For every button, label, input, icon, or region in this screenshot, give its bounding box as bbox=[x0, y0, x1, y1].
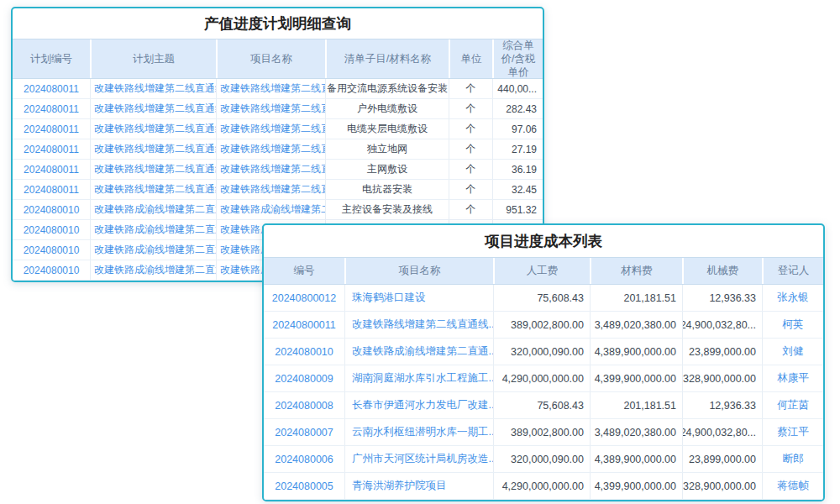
table-row[interactable]: 2024080007 云南水利枢纽潜明水库一期工... 389,002,800.… bbox=[264, 419, 823, 446]
unit-cell: 个 bbox=[449, 160, 492, 179]
unit-cell: 个 bbox=[449, 139, 492, 159]
project-name-link[interactable]: 改建铁路成渝线增建第二直通... bbox=[344, 339, 493, 365]
registrar-link[interactable]: 蔡江平 bbox=[762, 419, 823, 445]
cost-no-link[interactable]: 20240800011 bbox=[264, 312, 344, 338]
item-name-cell: 电抗器安装 bbox=[325, 180, 449, 199]
project-name-link[interactable]: 云南水利枢纽潜明水库一期工... bbox=[344, 419, 493, 445]
plan-topic-link[interactable]: 改建铁路线增建第二线直通线 bbox=[90, 119, 216, 139]
unit-price-cell: 440,00... bbox=[492, 79, 543, 98]
project-name-link[interactable]: 改建铁路线增建第二线直通线 bbox=[216, 99, 325, 118]
machine-cost-cell: 23,899,000.00 bbox=[682, 446, 762, 472]
project-name-link[interactable]: 改建铁路线增建第二线直通线 bbox=[216, 119, 325, 139]
plan-no-link[interactable]: 2024080011 bbox=[13, 160, 90, 179]
plan-no-link[interactable]: 2024080011 bbox=[13, 79, 90, 98]
project-name-link[interactable]: 改建铁路线增建第二线直通线 bbox=[216, 139, 325, 159]
plan-no-link[interactable]: 2024080010 bbox=[13, 240, 90, 260]
table-row[interactable]: 2024080008 长春市伊通河水力发电厂改建... 75,608.43 20… bbox=[264, 392, 823, 419]
table-row[interactable]: 2024080011 改建铁路线增建第二线直通线 改建铁路线增建第二线直通线 户… bbox=[13, 99, 543, 119]
item-name-cell: 主网敷设 bbox=[325, 160, 449, 179]
col-header-project: 项目名称 bbox=[216, 39, 325, 78]
material-cost-cell: 3,489,020,380.00 bbox=[590, 419, 682, 445]
machine-cost-cell: 24,900,032,80... bbox=[682, 419, 762, 445]
unit-price-cell: 27.19 bbox=[492, 139, 543, 159]
project-name-link[interactable]: 改建铁路成渝线增建第二直通线 bbox=[216, 200, 325, 219]
registrar-link[interactable]: 蒋德帧 bbox=[762, 473, 823, 499]
project-name-link[interactable]: 长春市伊通河水力发电厂改建... bbox=[344, 392, 493, 418]
project-name-link[interactable]: 珠海鹤港口建设 bbox=[344, 285, 493, 311]
plan-topic-link[interactable]: 改建铁路成渝线增建第二直通 bbox=[90, 200, 216, 219]
labor-cost-cell: 75,608.43 bbox=[493, 392, 590, 418]
col-header-registrar: 登记人 bbox=[762, 258, 823, 284]
table-row[interactable]: 2024080011 改建铁路线增建第二线直通线 改建铁路线增建第二线直通线 电… bbox=[13, 180, 543, 200]
material-cost-cell: 4,389,900,000.00 bbox=[590, 339, 682, 365]
project-name-link[interactable]: 改建铁路线增建第二线直通线 bbox=[216, 160, 325, 179]
table-row[interactable]: 2024080010 改建铁路成渝线增建第二直通 改建铁路成渝线增建第二直通线 … bbox=[13, 200, 543, 220]
table-row[interactable]: 2024080005 青海洪湖养护院项目 4,290,000,000.00 4,… bbox=[264, 473, 823, 500]
table-row[interactable]: 2024080009 湖南洞庭湖水库引水工程施工... 4,290,000,00… bbox=[264, 365, 823, 392]
plan-topic-link[interactable]: 改建铁路成渝线增建第二直通 bbox=[90, 240, 216, 260]
unit-cell: 个 bbox=[449, 200, 492, 219]
plan-topic-link[interactable]: 改建铁路成渝线增建第二直通 bbox=[90, 220, 216, 239]
registrar-link[interactable]: 刘健 bbox=[762, 339, 823, 365]
cost-no-link[interactable]: 2024080009 bbox=[264, 365, 344, 391]
project-name-link[interactable]: 广州市天河区统计局机房改造... bbox=[344, 446, 493, 472]
registrar-link[interactable]: 断郎 bbox=[762, 446, 823, 472]
cost-no-link[interactable]: 20240800012 bbox=[264, 285, 344, 311]
table-row[interactable]: 2024080011 改建铁路线增建第二线直通线 改建铁路线增建第二线直通线 备… bbox=[13, 79, 543, 99]
project-name-link[interactable]: 改建铁路线增建第二线直通线... bbox=[344, 312, 493, 338]
labor-cost-cell: 4,290,000,000.00 bbox=[493, 365, 590, 391]
machine-cost-cell: 328,900,000.00 bbox=[682, 473, 762, 499]
col-header-no: 编号 bbox=[264, 258, 344, 284]
material-cost-cell: 201,181.51 bbox=[590, 392, 682, 418]
labor-cost-cell: 320,000,090.00 bbox=[493, 446, 590, 472]
cost-no-link[interactable]: 2024080006 bbox=[264, 446, 344, 472]
project-name-link[interactable]: 湖南洞庭湖水库引水工程施工... bbox=[344, 365, 493, 391]
plan-no-link[interactable]: 2024080011 bbox=[13, 119, 90, 139]
panel-title: 产值进度计划明细查询 bbox=[13, 8, 543, 39]
cost-no-link[interactable]: 2024080005 bbox=[264, 473, 344, 499]
plan-topic-link[interactable]: 改建铁路线增建第二线直通线 bbox=[90, 160, 216, 179]
plan-no-link[interactable]: 2024080010 bbox=[13, 220, 90, 239]
table-row[interactable]: 2024080011 改建铁路线增建第二线直通线 改建铁路线增建第二线直通线 独… bbox=[13, 139, 543, 160]
col-header-unit: 单位 bbox=[449, 39, 492, 78]
project-name-link[interactable]: 改建铁路线增建第二线直通线 bbox=[216, 180, 325, 199]
item-name-cell: 户外电缆敷设 bbox=[325, 99, 449, 118]
plan-no-link[interactable]: 2024080011 bbox=[13, 99, 90, 118]
cost-no-link[interactable]: 2024080010 bbox=[264, 339, 344, 365]
project-name-link[interactable]: 改建铁路线增建第二线直通线 bbox=[216, 79, 325, 98]
labor-cost-cell: 75,608.43 bbox=[493, 285, 590, 311]
col-header-unit-price: 综合单价/含税单价 bbox=[492, 39, 543, 78]
unit-cell: 个 bbox=[449, 99, 492, 118]
plan-topic-link[interactable]: 改建铁路线增建第二线直通线 bbox=[90, 180, 216, 199]
material-cost-cell: 3,489,020,380.00 bbox=[590, 312, 682, 338]
machine-cost-cell: 12,936.33 bbox=[682, 392, 762, 418]
table-row[interactable]: 2024080010 改建铁路成渝线增建第二直通... 320,000,090.… bbox=[264, 339, 823, 365]
project-name-link[interactable]: 青海洪湖养护院项目 bbox=[344, 473, 493, 499]
plan-topic-link[interactable]: 改建铁路成渝线增建第二直通 bbox=[90, 260, 216, 280]
plan-topic-link[interactable]: 改建铁路线增建第二线直通线 bbox=[90, 79, 216, 98]
table-row[interactable]: 2024080011 改建铁路线增建第二线直通线 改建铁路线增建第二线直通线 主… bbox=[13, 160, 543, 180]
plan-no-link[interactable]: 2024080011 bbox=[13, 139, 90, 159]
item-name-cell: 电缆夹层电缆敷设 bbox=[325, 119, 449, 139]
plan-topic-link[interactable]: 改建铁路线增建第二线直通线 bbox=[90, 99, 216, 118]
unit-price-cell: 97.06 bbox=[492, 119, 543, 139]
col-header-plan-no: 计划编号 bbox=[13, 39, 90, 78]
table-row[interactable]: 2024080011 改建铁路线增建第二线直通线 改建铁路线增建第二线直通线 电… bbox=[13, 119, 543, 139]
registrar-link[interactable]: 柯英 bbox=[762, 312, 823, 338]
cost-no-link[interactable]: 2024080008 bbox=[264, 392, 344, 418]
col-header-machine: 机械费 bbox=[682, 258, 762, 284]
col-header-item: 清单子目/材料名称 bbox=[325, 39, 449, 78]
plan-no-link[interactable]: 2024080010 bbox=[13, 260, 90, 280]
plan-no-link[interactable]: 2024080010 bbox=[13, 200, 90, 219]
registrar-link[interactable]: 张永银 bbox=[762, 285, 823, 311]
registrar-link[interactable]: 林康平 bbox=[762, 365, 823, 391]
plan-topic-link[interactable]: 改建铁路线增建第二线直通线 bbox=[90, 139, 216, 159]
table-row[interactable]: 20240800012 珠海鹤港口建设 75,608.43 201,181.51… bbox=[264, 285, 823, 312]
table-row[interactable]: 2024080006 广州市天河区统计局机房改造... 320,000,090.… bbox=[264, 446, 823, 473]
plan-no-link[interactable]: 2024080011 bbox=[13, 180, 90, 199]
table-row[interactable]: 20240800011 改建铁路线增建第二线直通线... 389,002,800… bbox=[264, 312, 823, 339]
registrar-link[interactable]: 何芷茵 bbox=[762, 392, 823, 418]
cost-no-link[interactable]: 2024080007 bbox=[264, 419, 344, 445]
item-name-cell: 独立地网 bbox=[325, 139, 449, 159]
cost-table-body: 20240800012 珠海鹤港口建设 75,608.43 201,181.51… bbox=[264, 285, 823, 500]
